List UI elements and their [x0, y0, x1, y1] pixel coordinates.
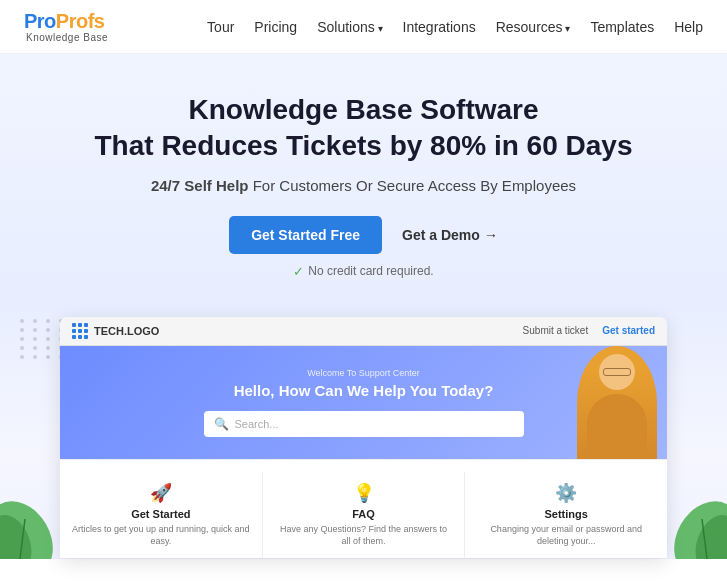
- card-title-settings: Settings: [477, 508, 655, 520]
- logo-text: ProProfs: [24, 10, 108, 32]
- tech-logo: TECH.LOGO: [72, 323, 159, 339]
- card-desc-faq: Have any Questions? Find the answers to …: [275, 523, 453, 548]
- browser-actions: Submit a ticket Get started: [523, 325, 655, 336]
- card-desc-get-started: Articles to get you up and running, quic…: [72, 523, 250, 548]
- preview-section: TECH.LOGO Submit a ticket Get started We…: [0, 299, 727, 559]
- check-icon: ✓: [293, 264, 304, 279]
- no-credit-card-notice: ✓ No credit card required.: [20, 264, 707, 279]
- hero-buttons: Get Started Free Get a Demo →: [20, 216, 707, 254]
- person-glasses: [603, 368, 631, 376]
- card-title-get-started: Get Started: [72, 508, 250, 520]
- nav-integrations[interactable]: Integrations: [403, 19, 476, 35]
- support-title: Hello, How Can We Help You Today?: [80, 382, 647, 399]
- card-get-started: 🚀 Get Started Articles to get you up and…: [60, 472, 263, 558]
- support-tagline: Welcome To Support Center: [80, 368, 647, 378]
- tech-logo-icon: [72, 323, 88, 339]
- logo-subtitle: Knowledge Base: [26, 32, 108, 43]
- hero-subtext: 24/7 Self Help For Customers Or Secure A…: [20, 177, 707, 194]
- gear-icon: ⚙️: [477, 482, 655, 504]
- nav-solutions[interactable]: Solutions: [317, 19, 382, 35]
- hero-headline: Knowledge Base Software That Reduces Tic…: [20, 92, 707, 165]
- browser-bar: TECH.LOGO Submit a ticket Get started: [60, 317, 667, 346]
- leaf-decoration-right: [657, 469, 727, 559]
- feature-cards-row: 🚀 Get Started Articles to get you up and…: [60, 459, 667, 558]
- search-bar[interactable]: 🔍 Search...: [204, 411, 524, 437]
- nav-links: Tour Pricing Solutions Integrations Reso…: [207, 18, 703, 36]
- hero-section: Knowledge Base Software That Reduces Tic…: [0, 54, 727, 299]
- browser-get-started-link[interactable]: Get started: [602, 325, 655, 336]
- submit-ticket-link[interactable]: Submit a ticket: [523, 325, 589, 336]
- browser-mockup: TECH.LOGO Submit a ticket Get started We…: [60, 317, 667, 558]
- leaf-decoration-left: [0, 469, 70, 559]
- navbar: ProProfs Knowledge Base Tour Pricing Sol…: [0, 0, 727, 54]
- card-faq: 💡 FAQ Have any Questions? Find the answe…: [263, 472, 466, 558]
- nav-pricing[interactable]: Pricing: [254, 19, 297, 35]
- nav-resources[interactable]: Resources: [496, 19, 571, 35]
- person-illustration: [577, 346, 657, 459]
- search-placeholder-text: Search...: [235, 418, 279, 430]
- rocket-icon: 🚀: [72, 482, 250, 504]
- search-icon: 🔍: [214, 417, 229, 431]
- support-hero-banner: Welcome To Support Center Hello, How Can…: [60, 346, 667, 459]
- person-head: [599, 354, 635, 390]
- nav-templates[interactable]: Templates: [590, 19, 654, 35]
- card-settings: ⚙️ Settings Changing your email or passw…: [465, 472, 667, 558]
- get-started-button[interactable]: Get Started Free: [229, 216, 382, 254]
- get-demo-button[interactable]: Get a Demo →: [402, 227, 498, 243]
- card-title-faq: FAQ: [275, 508, 453, 520]
- card-desc-settings: Changing your email or password and dele…: [477, 523, 655, 548]
- nav-help[interactable]: Help: [674, 19, 703, 35]
- logo: ProProfs Knowledge Base: [24, 10, 108, 43]
- bulb-icon: 💡: [275, 482, 453, 504]
- person-body: [587, 394, 647, 454]
- nav-tour[interactable]: Tour: [207, 19, 234, 35]
